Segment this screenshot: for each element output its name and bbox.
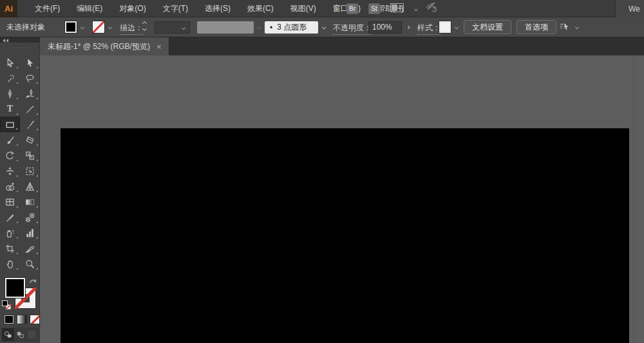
menu-bar: Ai 文件(F) 编辑(E) 对象(O) 文字(T) 选择(S) 效果(C) 视… xyxy=(0,0,644,17)
workspace-switcher[interactable]: We xyxy=(615,0,644,17)
shape-builder-tool[interactable] xyxy=(0,179,20,194)
control-bar: 未选择对象 描边： • 3 点圆形 不透明度： 100% › 样式： 文档设置 … xyxy=(0,17,644,37)
opacity-label[interactable]: 不透明度： xyxy=(333,23,372,35)
zoom-tool[interactable] xyxy=(20,256,40,271)
style-swatch[interactable] xyxy=(439,21,451,34)
workspace-label: We xyxy=(629,5,640,14)
pencil-tool[interactable] xyxy=(0,132,20,148)
stroke-weight-dropdown[interactable] xyxy=(155,21,190,34)
mesh-tool[interactable] xyxy=(0,194,20,210)
document-tab-title: 未标题-1* @ 52% (RGB/预览) xyxy=(48,41,150,52)
column-graph-tool[interactable] xyxy=(20,225,40,240)
bridge-button[interactable]: Br xyxy=(346,3,358,14)
curvature-tool[interactable] xyxy=(20,86,40,101)
magic-wand-tool[interactable] xyxy=(0,70,20,86)
sync-feather-icon xyxy=(426,2,438,15)
stroke-color-swatch[interactable] xyxy=(92,21,105,34)
rectangle-tool[interactable] xyxy=(0,117,20,132)
width-tool[interactable] xyxy=(0,163,20,179)
free-transform-tool[interactable] xyxy=(20,163,40,179)
chevron-down-icon[interactable] xyxy=(80,25,84,29)
chevron-down-icon[interactable] xyxy=(414,6,418,10)
style-swatch-value xyxy=(439,21,451,33)
chevron-down-icon[interactable] xyxy=(575,25,579,29)
fill-color-value xyxy=(65,21,77,33)
perspective-grid-tool[interactable] xyxy=(20,179,40,194)
document-tab[interactable]: 未标题-1* @ 52% (RGB/预览) × xyxy=(40,37,169,55)
color-button[interactable] xyxy=(4,315,14,324)
tools-panel: T xyxy=(0,43,40,343)
swap-fill-stroke-icon[interactable] xyxy=(29,276,37,288)
brush-definition-dropdown[interactable]: • 3 点圆形 xyxy=(265,21,318,34)
chevron-down-icon[interactable] xyxy=(182,26,185,30)
gradient-button[interactable] xyxy=(17,315,27,324)
preferences-button[interactable]: 首选项 xyxy=(516,20,556,34)
tools-grid: T xyxy=(0,55,40,271)
stroke-weight-stepper[interactable] xyxy=(143,22,146,30)
selection-status: 未选择对象 xyxy=(6,17,45,37)
eraser-tool[interactable] xyxy=(20,132,40,148)
draw-inside-button xyxy=(26,328,38,341)
opacity-expand-button[interactable]: › xyxy=(404,21,413,34)
type-tool-glyph: T xyxy=(7,104,13,114)
style-label[interactable]: 样式： xyxy=(417,23,440,35)
panel-grip[interactable] xyxy=(11,46,29,48)
opacity-input[interactable]: 100% xyxy=(368,21,402,34)
scale-tool[interactable] xyxy=(20,148,40,163)
chevron-down-icon[interactable] xyxy=(455,25,459,29)
selection-tool[interactable] xyxy=(0,55,20,70)
chevron-down-icon[interactable] xyxy=(108,25,112,29)
fill-stroke-controls xyxy=(0,276,40,313)
draw-behind-button[interactable] xyxy=(14,328,26,341)
default-fill-stroke-icon[interactable] xyxy=(2,300,12,310)
symbol-sprayer-tool[interactable] xyxy=(0,225,20,240)
drawing-mode-buttons xyxy=(1,328,39,342)
variable-width-profile-dropdown xyxy=(197,21,254,34)
brush-definition-value: 3 点圆形 xyxy=(277,22,307,33)
fill-indicator[interactable] xyxy=(5,277,26,299)
stroke-weight-label[interactable]: 描边： xyxy=(120,23,143,35)
menu-item-select[interactable]: 选择(S) xyxy=(196,0,239,17)
stepper-down-icon[interactable] xyxy=(142,26,147,31)
close-icon[interactable]: × xyxy=(156,43,162,51)
menu-item-object[interactable]: 对象(O) xyxy=(111,0,154,17)
chevron-down-icon[interactable] xyxy=(322,25,326,29)
menu-item-edit[interactable]: 编辑(E) xyxy=(68,0,111,17)
menu-item-view[interactable]: 视图(V) xyxy=(282,0,325,17)
artboard-tool[interactable] xyxy=(0,240,20,256)
hand-tool[interactable] xyxy=(0,256,20,271)
menu-item-file[interactable]: 文件(F) xyxy=(26,0,68,17)
eyedropper-tool[interactable] xyxy=(0,210,20,225)
menu-item-type[interactable]: 文字(T) xyxy=(155,0,196,17)
type-tool[interactable]: T xyxy=(0,101,20,117)
select-similar-objects-icon[interactable] xyxy=(560,22,571,34)
slice-tool[interactable] xyxy=(20,240,40,256)
brush-bullet-icon: • xyxy=(270,23,272,32)
lasso-tool[interactable] xyxy=(20,70,40,86)
pen-tool[interactable] xyxy=(0,86,20,101)
none-button[interactable] xyxy=(30,315,40,324)
none-diagonal-icon xyxy=(30,315,40,324)
blend-tool[interactable] xyxy=(20,210,40,225)
chevron-down-icon xyxy=(257,25,261,29)
rotate-tool[interactable] xyxy=(0,148,20,163)
artboard[interactable] xyxy=(61,128,629,343)
menu-item-effect[interactable]: 效果(C) xyxy=(239,0,282,17)
stepper-up-icon[interactable] xyxy=(142,21,147,26)
fill-color-swatch[interactable] xyxy=(64,21,77,34)
stroke-none-icon xyxy=(93,21,104,33)
stock-button[interactable]: St xyxy=(368,3,380,14)
document-setup-button[interactable]: 文档设置 xyxy=(464,20,511,34)
gradient-tool[interactable] xyxy=(20,194,40,210)
canvas-right-seam xyxy=(634,55,634,343)
color-type-buttons xyxy=(4,315,40,324)
workspace-layout-icon[interactable] xyxy=(390,3,404,15)
app-logo-icon: Ai xyxy=(0,0,17,17)
draw-normal-button[interactable] xyxy=(2,328,14,341)
direct-selection-tool[interactable] xyxy=(20,55,40,70)
line-segment-tool[interactable] xyxy=(20,101,40,117)
paintbrush-tool[interactable] xyxy=(20,117,40,132)
